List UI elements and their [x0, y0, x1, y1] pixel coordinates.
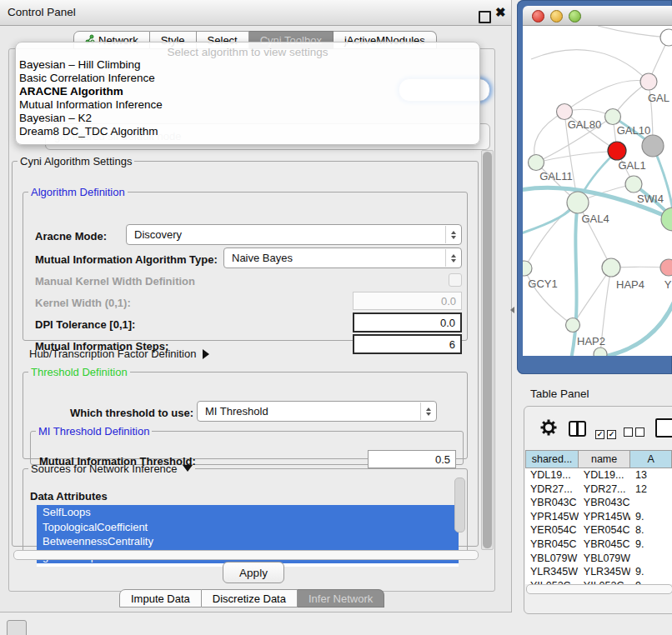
which-threshold-label: Which threshold to use: — [70, 407, 193, 419]
apply-button[interactable]: Apply — [223, 562, 284, 583]
table-cell: YBR045C — [525, 538, 579, 552]
algorithm-option-dream8-dc-tdc-algorithm[interactable]: Dream8 DC_TDC Algorithm — [16, 125, 479, 138]
network-window: GALGAL80GAL10GAL1GAL11SWI4GAL4GCY1HAP4YH… — [517, 0, 672, 374]
network-node[interactable] — [660, 29, 672, 46]
network-node-y[interactable] — [660, 259, 672, 276]
table-cell: YPR145W — [579, 510, 630, 524]
algorithm-dropdown-placeholder: Select algorithm to view settings — [16, 46, 479, 58]
sources-legend[interactable]: Sources for Network Inference — [28, 462, 195, 475]
table-cell: YDL19... — [579, 468, 630, 482]
table-cell: YDR27... — [579, 482, 630, 497]
aracne-mode-combobox[interactable]: Discovery — [126, 224, 462, 245]
table-row[interactable]: YBR043CYBR043C — [525, 496, 672, 510]
table-row[interactable]: YBL079WYBL079W — [525, 552, 672, 566]
table-row[interactable]: YLR345WYLR345W9. — [525, 565, 672, 579]
kernel-width-field[interactable]: 0.0 — [353, 292, 462, 310]
cyni-algorithm-settings-legend: Cyni Algorithm Settings — [18, 155, 134, 168]
network-node-label: HAP4 — [616, 278, 644, 291]
network-node-gcy1[interactable] — [523, 261, 532, 276]
column-header-shared[interactable]: shared... — [525, 450, 579, 468]
algorithm-dropdown-list: Bayesian – Hill ClimbingBasic Correlatio… — [16, 58, 479, 138]
dpi-tolerance-label: DPI Tolerance [0,1]: — [35, 318, 135, 331]
expander-down-icon — [183, 465, 193, 472]
table-cell: YBL079W — [579, 552, 630, 566]
attribute-item-betweennesscentrality[interactable]: BetweennessCentrality — [37, 534, 459, 549]
gear-icon[interactable] — [540, 419, 557, 439]
table-cell: YDL19... — [525, 468, 579, 482]
sources-legend-label: Sources for Network Inference — [31, 462, 178, 475]
algorithm-option-basic-correlation-inference[interactable]: Basic Correlation Inference — [16, 72, 479, 85]
settings-vertical-scrollbar[interactable] — [481, 150, 494, 550]
algorithm-option-aracne-algorithm[interactable]: ARACNE Algorithm — [16, 85, 479, 98]
table-cell: YPR145W — [525, 510, 579, 524]
zoom-traffic-light-icon[interactable] — [569, 10, 581, 22]
network-edge-highlighted — [571, 202, 578, 356]
settings-horizontal-scrollbar[interactable] — [13, 550, 479, 560]
hub-definition-expander[interactable]: Hub/Transcription Factor Definition — [29, 348, 209, 360]
attribute-item-selfloops[interactable]: SelfLoops — [37, 505, 459, 520]
network-node-gal4[interactable] — [567, 192, 589, 213]
combo-arrows-icon — [420, 402, 435, 420]
network-node[interactable] — [642, 135, 664, 157]
table-row[interactable]: YBR045CYBR045C9. — [525, 538, 672, 552]
mi-algorithm-type-label: Mutual Information Algorithm Type: — [35, 253, 218, 266]
which-threshold-combobox[interactable]: MI Threshold — [197, 401, 437, 422]
tab-discretize-data[interactable]: Discretize Data — [202, 589, 298, 608]
minimized-panel-icon[interactable] — [7, 620, 27, 635]
network-node[interactable] — [594, 348, 607, 356]
network-node-gal80[interactable] — [557, 104, 573, 120]
close-traffic-light-icon[interactable] — [532, 10, 544, 22]
import-table-icon[interactable] — [655, 418, 672, 438]
network-edge-highlighted — [599, 301, 672, 356]
table-row[interactable]: YER054CYER054C8. — [525, 523, 672, 538]
network-node-label: GAL10 — [617, 124, 650, 137]
minimize-traffic-light-icon[interactable] — [550, 10, 563, 22]
column-header-name[interactable]: name — [579, 450, 630, 468]
network-node-gal10[interactable] — [605, 109, 621, 125]
columns-icon[interactable] — [569, 421, 586, 437]
tab-infer-network[interactable]: Infer Network — [298, 589, 384, 608]
sources-group: Sources for Network Inference Data Attri… — [23, 462, 468, 558]
panel-divider-handle[interactable] — [510, 307, 514, 313]
data-attributes-scrollbar[interactable] — [454, 478, 465, 532]
network-node-hap4[interactable] — [602, 258, 620, 277]
network-node-gal[interactable] — [640, 73, 657, 90]
network-node-label: GAL1 — [618, 159, 645, 172]
checked-pair-icon[interactable]: ✓✓ — [595, 425, 619, 440]
table-horizontal-scrollbar[interactable] — [526, 584, 672, 594]
table-cell: 9. — [630, 538, 672, 552]
network-node-hap2[interactable] — [566, 318, 580, 332]
close-icon[interactable]: ✖ — [495, 5, 506, 20]
algorithm-option-bayesian-hill-climbing[interactable]: Bayesian – Hill Climbing — [16, 58, 479, 72]
algorithm-option-bayesian-k2[interactable]: Bayesian – K2 — [16, 112, 479, 125]
mi-algorithm-type-combobox[interactable]: Naive Bayes — [223, 248, 462, 268]
column-header-a[interactable]: A — [630, 450, 672, 468]
threshold-definition-group: Threshold Definition Which threshold to … — [23, 366, 468, 459]
unchecked-pair-icon[interactable] — [624, 425, 647, 440]
expander-right-icon — [203, 349, 209, 359]
settings-vertical-scrollbar-thumb[interactable] — [483, 152, 492, 548]
control-panel-window: Control Panel ✖ NetworkStyleSelectCyni T… — [0, 0, 512, 612]
aracne-mode-value: Discovery — [134, 228, 182, 241]
table-row[interactable]: YDR27...YDR27...12 — [525, 482, 672, 497]
table-cell: 8. — [630, 523, 672, 538]
network-node-gal1[interactable] — [608, 142, 626, 160]
manual-kernel-width-checkbox[interactable] — [449, 273, 462, 287]
network-node-gal11[interactable] — [529, 155, 544, 171]
network-node[interactable] — [661, 208, 672, 231]
tab-impute-data[interactable]: Impute Data — [119, 589, 202, 608]
table-cell: YLR345W — [579, 565, 630, 579]
network-node-swi4[interactable] — [625, 176, 642, 192]
float-window-icon[interactable] — [479, 11, 491, 23]
table-row[interactable]: YDL19...YDL19...13 — [525, 468, 672, 482]
combo-arrows-icon — [445, 249, 460, 267]
data-attributes-label: Data Attributes — [30, 490, 108, 502]
dpi-tolerance-field[interactable]: 0.0 — [353, 312, 462, 332]
network-canvas[interactable]: GALGAL80GAL10GAL1GAL11SWI4GAL4GCY1HAP4YH… — [523, 26, 672, 356]
network-window-titlebar[interactable] — [523, 6, 672, 26]
table-cell: YBL079W — [525, 552, 579, 566]
table-row[interactable]: YPR145WYPR145W9. — [525, 510, 672, 524]
attribute-item-topologicalcoefficient[interactable]: TopologicalCoefficient — [37, 520, 459, 535]
algorithm-option-mutual-information-inference[interactable]: Mutual Information Inference — [16, 98, 479, 112]
mi-steps-field[interactable]: 6 — [353, 334, 462, 354]
